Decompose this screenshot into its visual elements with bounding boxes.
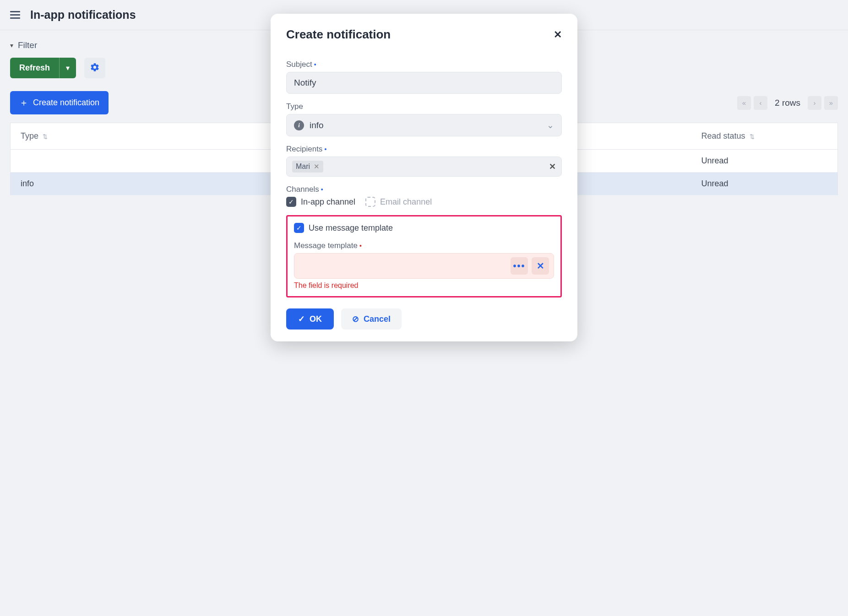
email-channel-checkbox[interactable] (365, 197, 375, 205)
page-prev-button[interactable]: ‹ (754, 96, 767, 110)
gear-icon (90, 62, 100, 72)
chevron-down-icon: ⌄ (547, 120, 554, 130)
page-first-button[interactable]: « (737, 96, 751, 110)
modal-close-button[interactable]: ✕ (554, 29, 562, 41)
create-notification-button[interactable]: ＋ Create notification (10, 91, 109, 114)
row-count: 2 rows (775, 98, 800, 108)
channels-label: Channels• (286, 185, 562, 194)
cell-read-status: Unread (691, 173, 838, 195)
type-label: Type (286, 102, 562, 111)
recipients-label: Recipients• (286, 145, 562, 154)
subject-input[interactable] (286, 72, 562, 94)
recipient-tag: Mari ✕ (292, 161, 323, 173)
info-icon: i (294, 120, 304, 130)
subject-label: Subject• (286, 60, 562, 69)
check-icon: ✓ (288, 198, 294, 205)
clear-recipients-icon[interactable]: ✕ (549, 162, 556, 172)
inapp-channel-label: In-app channel (301, 197, 355, 206)
type-select[interactable]: i info ⌄ (286, 114, 562, 136)
refresh-dropdown-button[interactable]: ▾ (59, 58, 76, 78)
recipients-input[interactable]: Mari ✕ ✕ (286, 157, 562, 177)
email-channel-label: Email channel (380, 197, 432, 206)
sort-icon: ⇅ (43, 133, 48, 140)
refresh-button[interactable]: Refresh (10, 58, 59, 78)
page-last-button[interactable]: » (824, 96, 838, 110)
chevron-down-icon: ▾ (66, 64, 70, 72)
filter-label: Filter (18, 40, 37, 50)
page-title: In-app notifications (30, 8, 136, 22)
settings-button[interactable] (84, 58, 105, 78)
page-next-button[interactable]: › (808, 96, 821, 110)
menu-icon[interactable] (10, 11, 20, 19)
cell-read-status: Unread (691, 150, 838, 173)
pagination: « ‹ 2 rows › » (737, 96, 838, 110)
close-icon: ✕ (554, 29, 562, 40)
create-notification-modal: Create notification ✕ Subject• Type i in… (271, 14, 577, 205)
modal-title: Create notification (286, 27, 391, 42)
tag-remove-icon[interactable]: ✕ (314, 162, 320, 171)
sort-icon: ⇅ (750, 133, 755, 140)
type-value: info (310, 120, 324, 130)
column-header-read-status[interactable]: Read status ⇅ (691, 123, 838, 150)
plus-icon: ＋ (19, 97, 28, 109)
chevron-down-icon: ▾ (10, 42, 13, 49)
inapp-channel-checkbox[interactable]: ✓ (286, 197, 296, 205)
